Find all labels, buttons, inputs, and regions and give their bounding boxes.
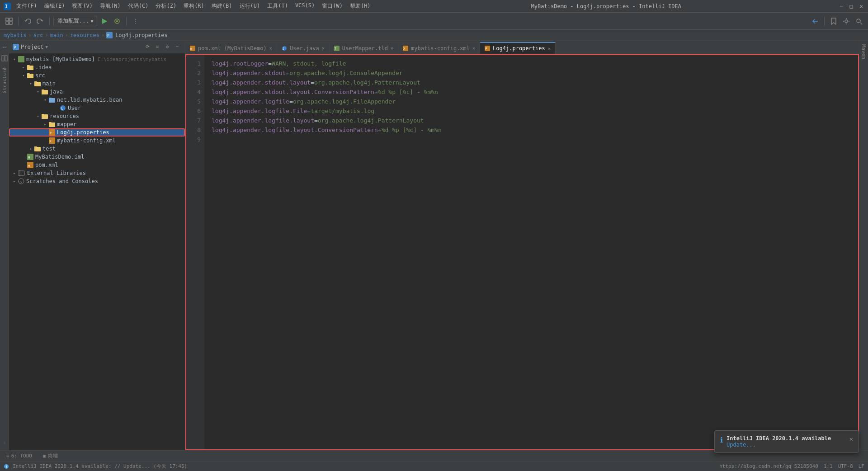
menu-code[interactable]: 代码(C) bbox=[124, 1, 152, 11]
line-numbers: 1 2 3 4 5 6 7 8 9 bbox=[186, 55, 204, 449]
toolbar-more-button[interactable]: ⋮ bbox=[130, 16, 141, 27]
minimize-button[interactable]: ─ bbox=[838, 3, 844, 9]
menu-refactor[interactable]: 重构(R) bbox=[180, 1, 208, 11]
tree-item-iml[interactable]: ▸ M MyBatisDemo.iml bbox=[9, 153, 185, 161]
tree-item-log4j[interactable]: ▸ P Log4j.properties bbox=[9, 128, 185, 137]
tab-todo[interactable]: ≡ 6: TODO bbox=[2, 452, 37, 460]
project-settings-button[interactable]: ⚙ bbox=[163, 43, 171, 51]
code-val-8: %d %p [%c] - %m%n bbox=[382, 127, 442, 133]
toolbar-undo-button[interactable] bbox=[22, 16, 33, 27]
menu-navigate[interactable]: 导航(N) bbox=[96, 1, 124, 11]
toolbar-project-icon[interactable] bbox=[4, 16, 14, 27]
tree-item-user[interactable]: ▸ C User bbox=[9, 104, 185, 112]
tree-item-main[interactable]: ▾ main bbox=[9, 80, 185, 88]
tab-pom[interactable]: m pom.xml (MyBatisDemo) ✕ bbox=[185, 42, 277, 54]
toolbar-bookmark-button[interactable] bbox=[828, 16, 839, 27]
svg-text:P: P bbox=[14, 45, 16, 50]
tab-terminal[interactable]: ▣ 终端 bbox=[38, 452, 62, 460]
code-key-2: log4j.appender.stdout bbox=[212, 70, 286, 76]
maven-label[interactable]: Maven bbox=[860, 41, 868, 63]
sync-button[interactable]: ⟳ bbox=[143, 43, 151, 51]
run-config-selector[interactable]: 添加配置... ▼ bbox=[53, 16, 97, 26]
folder-icon-java bbox=[42, 89, 48, 94]
tab-mapper-close[interactable]: ✕ bbox=[391, 46, 393, 51]
code-area[interactable]: log4j.rootLogger=WARN, stdout, logfile l… bbox=[204, 55, 858, 449]
tab-user[interactable]: J User.java ✕ bbox=[277, 42, 330, 54]
tab-user-close[interactable]: ✕ bbox=[322, 46, 325, 51]
svg-text:M: M bbox=[28, 156, 30, 160]
status-left: i IntelliJ IDEA 2020.1.4 available: // U… bbox=[4, 463, 187, 470]
editor-content[interactable]: 1 2 3 4 5 6 7 8 9 log4j.rootLogger=WARN,… bbox=[185, 54, 859, 450]
tab-pom-close[interactable]: ✕ bbox=[269, 46, 272, 51]
tab-log4j-close[interactable]: ✕ bbox=[548, 46, 551, 51]
menu-tools[interactable]: 工具(T) bbox=[264, 1, 292, 11]
toolbar-right bbox=[810, 16, 864, 27]
menu-window[interactable]: 窗口(W) bbox=[318, 1, 346, 11]
notification-close-button[interactable]: ✕ bbox=[849, 435, 853, 443]
debug-button[interactable] bbox=[112, 16, 123, 27]
toolbar-separator-4 bbox=[824, 17, 825, 26]
menu-view[interactable]: 视图(V) bbox=[68, 1, 96, 11]
tree-item-src[interactable]: ▾ src bbox=[9, 71, 185, 80]
menu-edit[interactable]: 编辑(E) bbox=[41, 1, 69, 11]
left-strip-btn-structure[interactable]: Structure bbox=[0, 75, 9, 85]
tree-label-mybatis-config: mybatis-config.xml bbox=[57, 137, 116, 144]
menu-vcs[interactable]: VCS(S) bbox=[292, 1, 318, 11]
notification-update-link[interactable]: Update... bbox=[726, 442, 756, 448]
tab-log4j[interactable]: P Log4j.properties ✕ bbox=[480, 42, 556, 54]
toolbar: 添加配置... ▼ ⋮ bbox=[0, 13, 868, 30]
tree-item-scratches[interactable]: ▸ S Scratches and Consoles bbox=[9, 177, 185, 185]
extlib-icon bbox=[18, 170, 25, 176]
svg-text:C: C bbox=[61, 107, 63, 111]
menu-help[interactable]: 帮助(H) bbox=[346, 1, 374, 11]
toolbar-settings-button[interactable] bbox=[841, 16, 852, 27]
menu-analyze[interactable]: 分析(Z) bbox=[152, 1, 180, 11]
terminal-icon: ▣ bbox=[43, 453, 46, 459]
tree-item-idea[interactable]: ▸ .idea bbox=[9, 63, 185, 71]
close-button[interactable]: ✕ bbox=[858, 3, 864, 9]
breadcrumb-filename[interactable]: Log4j.properties bbox=[115, 32, 168, 38]
navigate-back-icon[interactable] bbox=[810, 16, 821, 27]
tree-item-package[interactable]: ▾ net.lbd.mybatis.bean bbox=[9, 96, 185, 104]
breadcrumb-mybatis[interactable]: mybatis bbox=[4, 32, 27, 38]
svg-text:S: S bbox=[20, 180, 22, 184]
left-strip-btn-2[interactable] bbox=[0, 53, 9, 63]
project-title-dropdown-icon[interactable]: ▼ bbox=[46, 45, 48, 49]
tree-item-mybatis-config[interactable]: ▸ X mybatis-config.xml bbox=[9, 137, 185, 145]
code-val-4: %d %p [%c] - %m%n bbox=[378, 89, 438, 95]
breadcrumb-src[interactable]: src bbox=[33, 32, 43, 38]
favorites-button[interactable]: ☆ bbox=[0, 438, 9, 448]
tab-mybatis-config[interactable]: X mybatis-config.xml ✕ bbox=[398, 42, 480, 54]
tab-mybatis-close[interactable]: ✕ bbox=[472, 46, 475, 51]
line-num-1: 1 bbox=[186, 59, 201, 68]
tree-item-mapper[interactable]: ▸ mapper bbox=[9, 120, 185, 128]
tree-item-external-libs[interactable]: ▸ External Libraries bbox=[9, 169, 185, 177]
tree-item-mybatis[interactable]: ▾ mybatis [MyBatisDemo] E:\ideaprojects\… bbox=[9, 55, 185, 63]
toolbar-redo-button[interactable] bbox=[35, 16, 46, 27]
line-num-2: 2 bbox=[186, 68, 201, 78]
tree-item-pom[interactable]: ▸ m pom.xml bbox=[9, 161, 185, 169]
menu-file[interactable]: 文件(F) bbox=[13, 1, 41, 11]
maximize-button[interactable]: □ bbox=[848, 3, 854, 9]
run-button[interactable] bbox=[99, 16, 110, 27]
tree-label-user: User bbox=[68, 105, 81, 111]
tree-item-test[interactable]: ▸ test bbox=[9, 145, 185, 153]
left-strip-btn-1[interactable]: 1 bbox=[0, 42, 9, 52]
project-icon: P bbox=[13, 44, 19, 50]
menu-build[interactable]: 构建(B) bbox=[208, 1, 236, 11]
search-everywhere-button[interactable] bbox=[854, 16, 864, 27]
status-url[interactable]: https://blog.csdn.net/qq_52185040 bbox=[719, 463, 818, 469]
status-message[interactable]: IntelliJ IDEA 2020.1.4 available: // Upd… bbox=[13, 463, 187, 470]
folder-icon-resources bbox=[42, 113, 48, 119]
menu-run[interactable]: 运行(U) bbox=[236, 1, 264, 11]
tree-item-resources[interactable]: ▾ resources bbox=[9, 112, 185, 120]
tree-arrow-mybatis: ▾ bbox=[11, 57, 18, 61]
collapse-all-button[interactable]: ≡ bbox=[153, 43, 161, 51]
tree-arrow-extlibs: ▸ bbox=[11, 171, 18, 175]
tree-item-java[interactable]: ▾ java bbox=[9, 88, 185, 96]
tree-label-mybatis-path: E:\ideaprojects\mybatis bbox=[98, 57, 166, 62]
breadcrumb-resources[interactable]: resources bbox=[70, 32, 99, 38]
tab-mapper[interactable]: T UserMapper.tld ✕ bbox=[330, 42, 398, 54]
breadcrumb-main[interactable]: main bbox=[50, 32, 63, 38]
hide-panel-button[interactable]: − bbox=[173, 43, 181, 51]
